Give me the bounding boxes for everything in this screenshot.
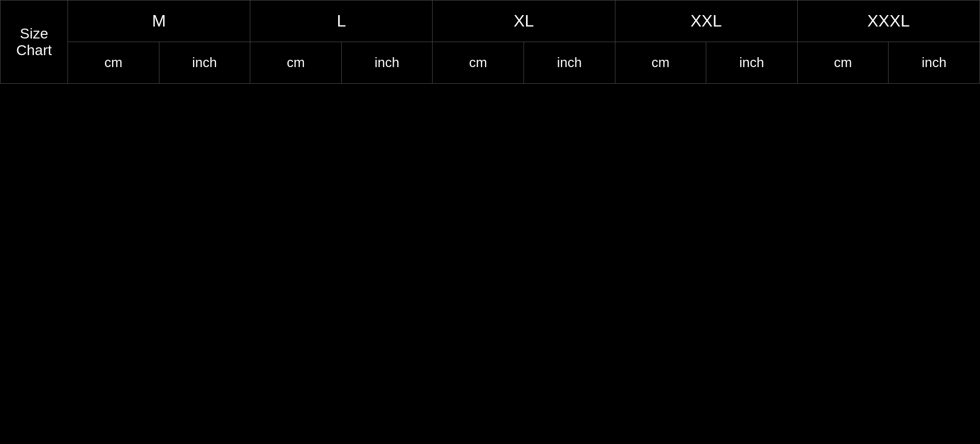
unit-header-l-inch: inch bbox=[341, 42, 433, 84]
unit-header-xxl-inch: inch bbox=[706, 42, 798, 84]
unit-header-xxl-cm: cm bbox=[615, 42, 706, 84]
size-header-l: L bbox=[250, 1, 433, 42]
size-header-xxxl: XXXL bbox=[797, 1, 979, 42]
size-header-xl: XL bbox=[433, 1, 615, 42]
unit-header-m-inch: inch bbox=[159, 42, 250, 84]
size-header-xxl: XXL bbox=[615, 1, 797, 42]
unit-header-l-cm: cm bbox=[250, 42, 342, 84]
empty-row bbox=[1, 84, 980, 396]
unit-header-xxxl-inch: inch bbox=[889, 42, 980, 84]
unit-header-xxxl-cm: cm bbox=[797, 42, 889, 84]
unit-header-xl-inch: inch bbox=[523, 42, 615, 84]
unit-header-m-cm: cm bbox=[68, 42, 159, 84]
size-header-m: M bbox=[68, 1, 250, 42]
empty-cell bbox=[1, 84, 980, 396]
size-chart-table: Size Chart M L XL XXL XXXL cm inch cm in… bbox=[0, 0, 980, 396]
size-chart-label: Size Chart bbox=[1, 1, 68, 84]
unit-header-xl-cm: cm bbox=[433, 42, 524, 84]
